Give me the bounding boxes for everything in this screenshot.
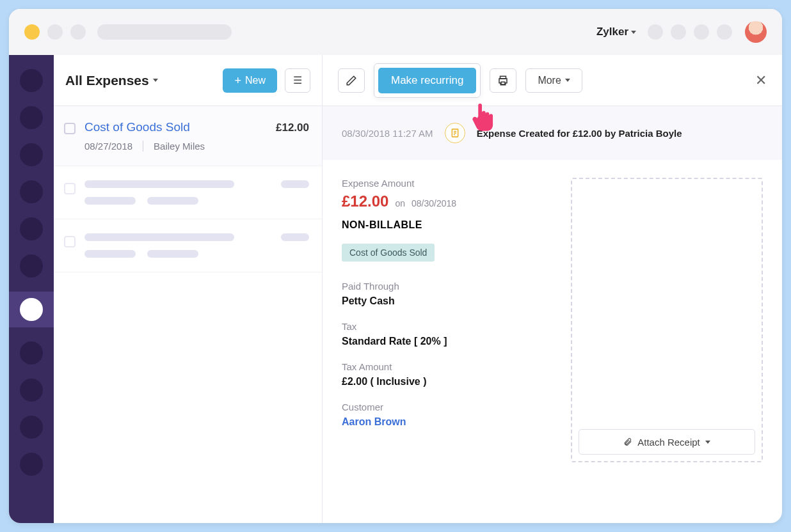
tax-value: Standard Rate [ 20% ]: [342, 336, 552, 347]
org-switcher[interactable]: Zylker: [596, 26, 636, 38]
caret-down-icon: [705, 441, 710, 444]
new-button-label: New: [245, 75, 266, 86]
list-item-placeholder[interactable]: [54, 166, 322, 219]
amount-date: 08/30/2018: [411, 198, 456, 208]
sidebar-item[interactable]: [20, 416, 43, 439]
sidebar-item[interactable]: [20, 453, 43, 476]
more-button[interactable]: More: [525, 68, 582, 93]
amount-value: £12.00: [342, 192, 388, 210]
category-tag[interactable]: Cost of Goods Sold: [342, 244, 435, 262]
org-name-label: Zylker: [596, 26, 628, 38]
row-checkbox[interactable]: [64, 183, 76, 194]
expense-customer: Bailey Miles: [154, 141, 205, 152]
list-title-dropdown[interactable]: All Expenses: [65, 73, 215, 88]
more-label: More: [538, 75, 561, 86]
edit-button[interactable]: [338, 68, 365, 93]
paid-through-label: Paid Through: [342, 281, 552, 292]
header-action-placeholder[interactable]: [648, 24, 663, 40]
plus-icon: +: [234, 75, 241, 86]
sidebar-item[interactable]: [20, 341, 43, 364]
header-action-placeholder[interactable]: [671, 24, 686, 40]
make-recurring-button[interactable]: Make recurring: [378, 68, 476, 93]
tax-amount-value: £2.00 ( Inclusive ): [342, 376, 552, 387]
hamburger-icon: ☰: [293, 74, 302, 86]
receipt-dropzone[interactable]: Attach Receipt: [571, 178, 763, 462]
list-title-label: All Expenses: [65, 73, 149, 88]
make-recurring-highlight: Make recurring: [374, 63, 481, 98]
pencil-icon: [346, 75, 357, 86]
sidebar-item[interactable]: [20, 180, 43, 203]
customer-link[interactable]: Aaron Brown: [342, 416, 552, 428]
activity-text: Expense Created for £12.00 by Patricia B…: [477, 128, 682, 139]
sidebar-item[interactable]: [20, 106, 43, 129]
caret-down-icon: [153, 79, 158, 82]
expense-date: 08/27/2018: [84, 141, 132, 152]
row-checkbox[interactable]: [64, 236, 76, 247]
customer-label: Customer: [342, 402, 552, 412]
printer-icon: [497, 75, 509, 86]
traffic-light-yellow: [24, 24, 40, 40]
expense-detail-pane: Make recurring More ✕: [323, 55, 782, 523]
expense-amount: £12.00: [276, 121, 309, 134]
caret-down-icon: [631, 31, 636, 34]
header-action-placeholder[interactable]: [694, 24, 709, 40]
caret-down-icon: [565, 79, 570, 82]
billable-status: NON-BILLABLE: [342, 219, 552, 231]
list-menu-button[interactable]: ☰: [285, 68, 310, 93]
expense-list-pane: All Expenses + New ☰ Cost of Goods Sold: [54, 55, 323, 523]
attach-receipt-button[interactable]: Attach Receipt: [579, 429, 755, 455]
close-button[interactable]: ✕: [755, 72, 767, 89]
new-button[interactable]: + New: [223, 68, 277, 93]
svg-rect-1: [501, 82, 505, 84]
close-icon: ✕: [755, 72, 767, 88]
note-icon: [445, 123, 465, 143]
sidebar-rail: [9, 55, 54, 523]
activity-timestamp: 08/30/2018 11:27 AM: [342, 128, 433, 139]
sidebar-item[interactable]: [20, 143, 43, 166]
activity-bar: 08/30/2018 11:27 AM Expense Created for …: [323, 106, 782, 160]
sidebar-item[interactable]: [20, 254, 43, 278]
address-bar-placeholder: [97, 24, 232, 40]
sidebar-item[interactable]: [20, 69, 43, 92]
expense-title: Cost of Goods Sold: [84, 120, 267, 134]
list-item[interactable]: Cost of Goods Sold 08/27/2018 Bailey Mil…: [54, 106, 322, 166]
paperclip-icon: [623, 437, 632, 447]
traffic-light-placeholder: [70, 24, 86, 40]
sidebar-item-active[interactable]: [9, 292, 54, 327]
amount-label: Expense Amount: [342, 178, 552, 189]
sidebar-item[interactable]: [20, 379, 43, 402]
print-button[interactable]: [490, 68, 516, 93]
row-checkbox[interactable]: [64, 123, 76, 134]
attach-receipt-label: Attach Receipt: [637, 437, 700, 448]
list-item-placeholder[interactable]: [54, 219, 322, 272]
traffic-light-placeholder: [47, 24, 63, 40]
avatar[interactable]: [745, 21, 767, 43]
sidebar-item[interactable]: [20, 217, 43, 240]
make-recurring-label: Make recurring: [391, 74, 463, 87]
tax-label: Tax: [342, 321, 552, 332]
browser-chrome: Zylker: [9, 9, 782, 55]
amount-on: on: [395, 198, 405, 208]
header-action-placeholder[interactable]: [717, 24, 732, 40]
tax-amount-label: Tax Amount: [342, 361, 552, 372]
paid-through-value: Petty Cash: [342, 295, 552, 307]
divider: [143, 141, 143, 152]
